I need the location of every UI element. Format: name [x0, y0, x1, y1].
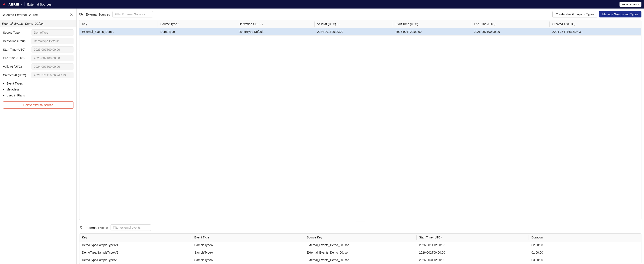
col-label: Source Type: [160, 22, 177, 26]
header-left: AERIE ▾ External Sources: [2, 2, 52, 6]
expand-used-in-plans[interactable]: ▶ Used in Plans: [0, 92, 76, 98]
cell-event_type: SampleTypeA: [192, 249, 304, 256]
sources-toolbar-left: External Sources: [79, 11, 153, 18]
delete-external-source-button[interactable]: Delete external source: [3, 101, 74, 108]
col-label: Key: [82, 22, 87, 26]
cell-created_at: 2024-274T16:36:24.3...: [550, 28, 641, 36]
close-button[interactable]: ✕: [69, 12, 74, 18]
source-type-input[interactable]: [32, 30, 74, 36]
horizontal-splitter[interactable]: [77, 220, 644, 222]
sources-toolbar: External Sources Create New Groups or Ty…: [77, 8, 644, 20]
chevron-down-icon: ▾: [21, 3, 22, 6]
cell-source_type: DemoType: [158, 28, 236, 36]
cell-key: DemoType/SampleTypeA/2: [80, 249, 192, 256]
table-row[interactable]: DemoType/SampleTypeA/1SampleTypeAExterna…: [80, 242, 641, 249]
start-time-input[interactable]: [32, 46, 74, 53]
cell-source_key: External_Events_Demo_00.json: [304, 242, 416, 249]
cell-start_time: 2026-001T00:00:00: [393, 28, 471, 36]
source-name: External_Events_Demo_00.json: [0, 20, 76, 27]
col-created-at[interactable]: Created At (UTC): [550, 20, 641, 28]
expand-event-types[interactable]: ▶ Event Types: [0, 80, 76, 86]
field-valid-at: Valid At (UTC): [3, 64, 74, 70]
col-source-key[interactable]: Source Key: [304, 234, 416, 242]
sort-down-icon: ↓: [339, 22, 340, 26]
cell-source_key: External_Events_Demo_00.json: [304, 256, 416, 264]
cell-key: DemoType/SampleTypeA/1: [80, 242, 192, 249]
valid-at-input[interactable]: [32, 64, 74, 70]
cell-start_time: 2026-003T12:00:00: [416, 256, 529, 264]
lightbulb-icon: [79, 226, 83, 230]
cell-event_type: SampleTypeA: [192, 242, 304, 249]
cell-duration: 03:00:00: [529, 256, 641, 264]
events-area: External Events Key Event Type Source Ke…: [77, 222, 644, 264]
caret-right-icon: ▶: [3, 88, 5, 91]
cell-key: External_Events_Dem...: [80, 28, 158, 36]
sort-priority: 2: [260, 22, 261, 26]
expand-label: Event Types: [6, 82, 23, 85]
col-label: Source Key: [307, 236, 322, 239]
field-label: Source Type: [3, 31, 30, 34]
col-start-time[interactable]: Start Time (UTC): [416, 234, 529, 242]
col-start-time[interactable]: Start Time (UTC): [393, 20, 471, 28]
col-derivation-group[interactable]: Derivation Gr...2↓: [236, 20, 314, 28]
sources-table: Key Source Type1↓ Derivation Gr...2↓ Val…: [80, 20, 641, 36]
table-row[interactable]: DemoType/SampleTypeA/2SampleTypeAExterna…: [80, 249, 641, 256]
logo-text: AERIE: [8, 2, 20, 6]
user-menu[interactable]: aerie_admin ▾: [620, 2, 642, 7]
field-label: Derivation Group: [3, 40, 30, 43]
sources-section-title: External Sources: [86, 12, 110, 16]
col-label: Start Time (UTC): [419, 236, 442, 239]
field-label: Created At (UTC): [3, 74, 30, 77]
created-at-input[interactable]: [32, 72, 74, 78]
col-duration[interactable]: Duration: [529, 234, 641, 242]
cell-valid_at: 2024-001T00:00:00: [314, 28, 393, 36]
col-label: End Time (UTC): [474, 22, 495, 26]
expand-label: Used in Plans: [6, 94, 25, 97]
expand-label: Metadata: [6, 88, 19, 91]
create-groups-types-button[interactable]: Create New Groups or Types: [552, 11, 597, 18]
field-label: Start Time (UTC): [3, 48, 30, 51]
col-key[interactable]: Key: [80, 234, 192, 242]
truck-icon: [79, 12, 83, 16]
events-table: Key Event Type Source Key Start Time (UT…: [80, 234, 641, 264]
filter-events-input[interactable]: [110, 224, 151, 231]
cell-start_time: 2026-002T00:00:00: [416, 249, 529, 256]
aerie-logo-icon: [2, 2, 7, 6]
end-time-input[interactable]: [32, 55, 74, 61]
col-label: Valid At (UTC): [317, 22, 336, 26]
derivation-group-input[interactable]: [32, 38, 74, 44]
user-name: aerie_admin: [622, 3, 637, 6]
col-key[interactable]: Key: [80, 20, 158, 28]
logo[interactable]: AERIE ▾: [2, 2, 22, 6]
col-label: Key: [82, 236, 87, 239]
events-section-title: External Events: [86, 226, 108, 230]
cell-duration: 02:00:00: [529, 242, 641, 249]
events-toolbar-left: External Events: [79, 224, 151, 231]
col-event-type[interactable]: Event Type: [192, 234, 304, 242]
sources-toolbar-right: Create New Groups or Types Manage Groups…: [552, 11, 642, 18]
svg-point-3: [80, 226, 82, 228]
expand-metadata[interactable]: ▶ Metadata: [0, 86, 76, 92]
col-label: Event Type: [194, 236, 209, 239]
events-table-wrap: Key Event Type Source Key Start Time (UT…: [79, 233, 642, 264]
sidebar-header: Selected External Source ✕: [0, 8, 76, 20]
col-label: Derivation Gr...: [239, 22, 258, 26]
col-source-type[interactable]: Source Type1↓: [158, 20, 236, 28]
table-row[interactable]: External_Events_Dem...DemoTypeDemoType D…: [80, 28, 641, 36]
cell-start_time: 2026-001T12:00:00: [416, 242, 529, 249]
sidebar-title: Selected External Source: [2, 13, 38, 16]
page-title: External Sources: [27, 2, 52, 6]
cell-duration: 01:00:00: [529, 249, 641, 256]
sort-down-icon: ↓: [262, 22, 263, 26]
sidebar: Selected External Source ✕ External_Even…: [0, 8, 77, 264]
table-row[interactable]: DemoType/SampleTypeA/3SampleTypeAExterna…: [80, 256, 641, 264]
col-end-time[interactable]: End Time (UTC): [471, 20, 550, 28]
col-valid-at[interactable]: Valid At (UTC)3↓: [314, 20, 393, 28]
field-end-time: End Time (UTC): [3, 55, 74, 61]
detail-fields: Source Type Derivation Group Start Time …: [0, 27, 76, 80]
cell-event_type: SampleTypeA: [192, 256, 304, 264]
manage-groups-types-button[interactable]: Manage Groups and Types: [599, 11, 642, 18]
filter-sources-input[interactable]: [112, 11, 153, 18]
field-created-at: Created At (UTC): [3, 72, 74, 78]
field-label: End Time (UTC): [3, 56, 30, 60]
